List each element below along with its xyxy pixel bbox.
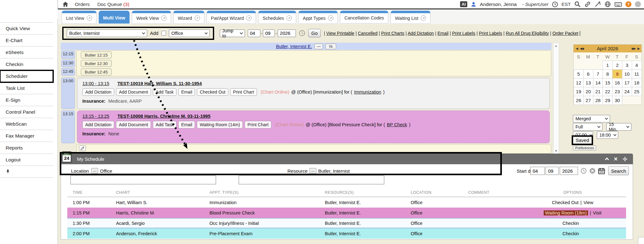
sidebar-item[interactable]: eSheets bbox=[0, 46, 53, 58]
date-year-input[interactable] bbox=[278, 30, 296, 37]
start-date-day-input[interactable] bbox=[546, 167, 559, 175]
option-link[interactable]: View bbox=[584, 200, 593, 205]
popout-icon[interactable]: ↗ bbox=[328, 15, 333, 21]
calendar-day[interactable]: 7 bbox=[593, 69, 603, 79]
calendar-day[interactable] bbox=[632, 96, 642, 105]
calendar-day[interactable]: 21 bbox=[593, 87, 603, 96]
calendar-day[interactable]: 6 bbox=[583, 69, 593, 79]
open-slot-button[interactable]: Butler 12:45 bbox=[81, 68, 112, 75]
tab[interactable]: Waiting List ↗ bbox=[391, 11, 430, 24]
popout-icon[interactable]: ↗ bbox=[421, 15, 426, 21]
sidebar-item[interactable]: Control Panel bbox=[0, 106, 53, 118]
table-row[interactable]: 1:00 PM Hart, William S. Immunization Bu… bbox=[67, 197, 626, 208]
calendar-picker-icon[interactable] bbox=[598, 168, 605, 174]
calendar-day[interactable]: 14 bbox=[593, 78, 603, 87]
tab[interactable]: Multi View ↗ bbox=[99, 11, 130, 24]
calendar-day[interactable]: 18 bbox=[632, 78, 642, 87]
home-icon[interactable] bbox=[62, 1, 69, 7]
resource-header-link[interactable]: Butler, Internist E. bbox=[276, 44, 312, 49]
sidebar-item[interactable]: Scheduler bbox=[0, 70, 53, 82]
keyboard-icon[interactable] bbox=[614, 1, 622, 8]
scroll-down-icon[interactable]: ▼ bbox=[555, 149, 558, 153]
collapse-column-button[interactable]: — bbox=[314, 44, 323, 49]
sidebar-item[interactable]: Logout bbox=[0, 154, 53, 166]
next-year-icon[interactable]: ▶ bbox=[637, 47, 639, 50]
link-icon[interactable] bbox=[584, 1, 591, 8]
collapse-panel-icon[interactable] bbox=[605, 157, 609, 161]
clock-icon[interactable] bbox=[552, 1, 558, 8]
patient-link[interactable]: TEST-10008 Harris, Christine M. 03-11-19… bbox=[117, 114, 210, 119]
nav-doc-queue[interactable]: Doc Queue (3) bbox=[97, 2, 129, 7]
toolbar-link[interactable]: Email bbox=[437, 31, 448, 36]
appointment-action-button[interactable]: Print Chart bbox=[245, 121, 271, 128]
calendar-day[interactable]: 16 bbox=[612, 78, 622, 87]
calendar-day[interactable]: 1 bbox=[602, 61, 613, 70]
toolbar-link[interactable]: Add Dictation bbox=[408, 31, 434, 36]
sidebar-item[interactable]: Checkin bbox=[0, 58, 53, 70]
tab[interactable]: Wizard ↗ bbox=[173, 11, 204, 24]
tab[interactable]: Appt Types ↗ bbox=[298, 11, 338, 24]
help-icon[interactable]: ? bbox=[625, 1, 631, 7]
resource-list-box[interactable] bbox=[239, 176, 384, 184]
avatar[interactable] bbox=[635, 1, 641, 7]
appointment-action-button[interactable]: Add Task bbox=[153, 121, 176, 128]
calendar-day[interactable]: 20 bbox=[583, 87, 593, 96]
calendar-day[interactable]: 8 bbox=[602, 69, 613, 79]
table-row[interactable]: 1:30 PM Acardi, Sergio Occ Injury/Illnes… bbox=[67, 218, 626, 228]
calendar-day[interactable]: 5 bbox=[574, 69, 584, 79]
appointment-block-hart[interactable]: 13:00 - 13:15 TEST-10019 Hart, William S… bbox=[77, 78, 550, 109]
prev-month-icon[interactable]: ◀◀ bbox=[580, 47, 583, 50]
density-select[interactable]: Full bbox=[573, 123, 602, 131]
calendar-day[interactable] bbox=[574, 61, 584, 70]
jump-to-select[interactable]: Jump to bbox=[220, 30, 245, 37]
globe-icon[interactable] bbox=[604, 1, 611, 8]
appointment-action-button[interactable]: Add Document bbox=[116, 88, 151, 96]
toolbar-link[interactable]: Print Labels bbox=[452, 31, 475, 36]
fb-button[interactable]: f/b bbox=[325, 44, 336, 49]
calendar-day[interactable]: 24 bbox=[622, 87, 632, 96]
table-row[interactable]: 1:15 PM Harris, Christine M. Blood Press… bbox=[67, 208, 626, 218]
tab[interactable]: Schedules ↗ bbox=[258, 11, 296, 24]
popout-icon[interactable]: ↗ bbox=[87, 15, 92, 21]
sidebar-item[interactable]: Fax Manager bbox=[0, 130, 53, 142]
appointment-action-button[interactable]: Add Dictation bbox=[82, 121, 114, 128]
option-link[interactable]: Checked Out bbox=[552, 200, 579, 205]
time-slot-label[interactable]: 13:00 bbox=[61, 78, 75, 109]
calendar-day[interactable]: 15 bbox=[602, 78, 613, 87]
cell-chart[interactable]: Anderson, Frederick bbox=[116, 231, 209, 236]
cell-chart[interactable]: Harris, Christine M. bbox=[116, 210, 209, 215]
appointment-time-link[interactable]: 13:15 - 13:25 bbox=[82, 114, 109, 119]
toolbar-link[interactable]: Print Labels bbox=[479, 31, 502, 36]
appt-type-link[interactable]: BP Check bbox=[387, 122, 407, 127]
sidebar-item[interactable]: E-Chart bbox=[0, 35, 53, 46]
option-link[interactable]: Checkin bbox=[563, 231, 579, 236]
sidebar-item[interactable]: Task List bbox=[0, 82, 53, 94]
interval-select[interactable]: 15 Min. bbox=[606, 123, 631, 131]
toolbar-link[interactable]: Run All Drug Eligibility bbox=[506, 31, 549, 36]
calendar-day[interactable]: 25 bbox=[632, 87, 642, 96]
cell-chart[interactable]: Acardi, Sergio bbox=[116, 221, 209, 226]
nav-orders[interactable]: Orders bbox=[75, 2, 90, 7]
calendar-day[interactable]: 10 bbox=[622, 69, 632, 79]
tab[interactable]: Week View ↗ bbox=[132, 11, 171, 24]
start-date-month-input[interactable] bbox=[530, 167, 545, 175]
move-panel-icon[interactable] bbox=[623, 157, 627, 161]
open-slot-button[interactable]: Butler 12:15 bbox=[81, 52, 112, 58]
time-clock-icon[interactable] bbox=[299, 30, 305, 36]
time-slot-label[interactable]: 12:15 bbox=[61, 51, 75, 59]
sidebar-item[interactable]: Reports bbox=[0, 142, 53, 154]
option-link[interactable]: Checkin bbox=[563, 221, 579, 226]
calendar-day[interactable]: 9 bbox=[612, 69, 622, 79]
popout-icon[interactable]: ↗ bbox=[195, 15, 200, 21]
calendar-day[interactable]: 29 bbox=[602, 96, 613, 105]
date-month-input[interactable] bbox=[248, 30, 260, 37]
location-collapse-button[interactable]: — bbox=[91, 168, 98, 173]
time-slot-label[interactable]: 12:45 bbox=[61, 68, 75, 76]
toolbar-link[interactable]: Order Packet bbox=[552, 31, 578, 36]
calendar-day[interactable]: 23 bbox=[612, 87, 622, 96]
wand-icon[interactable] bbox=[594, 1, 601, 8]
calendar-day[interactable]: 17 bbox=[622, 78, 632, 87]
next-month-icon[interactable]: ▶▶ bbox=[632, 47, 635, 50]
calendar-day[interactable]: 4 bbox=[632, 61, 642, 70]
appointment-action-button[interactable]: Add Dictation bbox=[82, 88, 114, 96]
